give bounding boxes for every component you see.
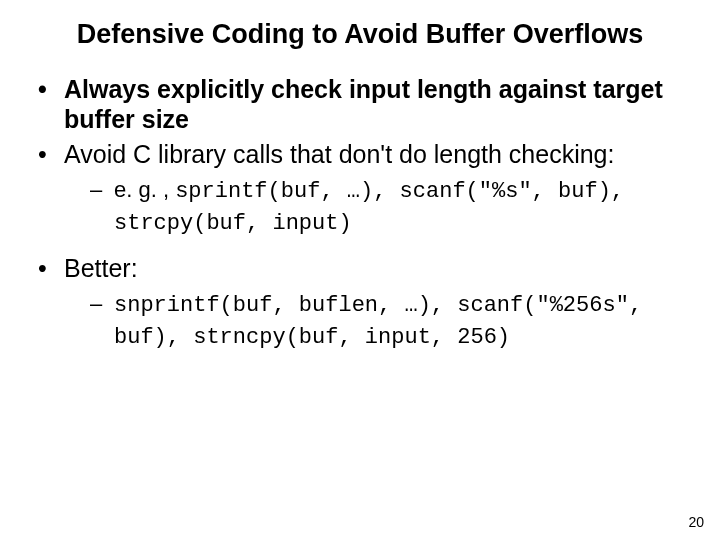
sub-prefix: e. g. , xyxy=(114,177,175,202)
code-text: sprintf(buf, …), scanf("%s", buf), strcp… xyxy=(114,179,624,236)
bullet-item-2: Avoid C library calls that don't do leng… xyxy=(34,139,684,239)
sub-item-example: e. g. , sprintf(buf, …), scanf("%s", buf… xyxy=(90,175,684,238)
sub-list: snprintf(buf, buflen, …), scanf("%256s",… xyxy=(64,289,684,352)
sub-list: e. g. , sprintf(buf, …), scanf("%s", buf… xyxy=(64,175,684,238)
sub-item-better: snprintf(buf, buflen, …), scanf("%256s",… xyxy=(90,289,684,352)
slide-title: Defensive Coding to Avoid Buffer Overflo… xyxy=(68,18,652,52)
bullet-text: Better: xyxy=(64,254,138,282)
bullet-text: Always explicitly check input length aga… xyxy=(64,75,663,134)
bullet-list: Always explicitly check input length aga… xyxy=(28,74,692,353)
page-number: 20 xyxy=(688,514,704,530)
slide: Defensive Coding to Avoid Buffer Overflo… xyxy=(0,0,720,540)
bullet-item-3: Better: snprintf(buf, buflen, …), scanf(… xyxy=(34,253,684,353)
code-text: snprintf(buf, buflen, …), scanf("%256s",… xyxy=(114,293,642,350)
bullet-text: Avoid C library calls that don't do leng… xyxy=(64,140,614,168)
bullet-item-1: Always explicitly check input length aga… xyxy=(34,74,684,135)
